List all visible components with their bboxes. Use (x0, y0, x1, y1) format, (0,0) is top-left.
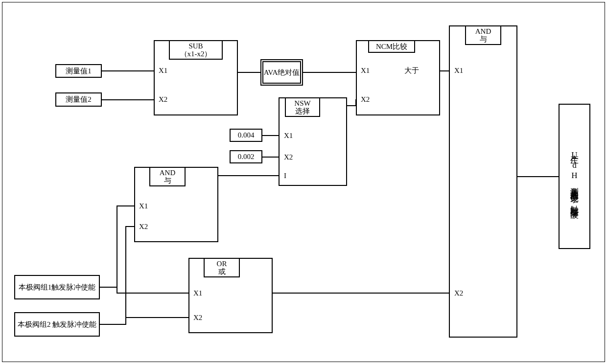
input-meas2: 测量值2 (55, 92, 102, 107)
input-meas2-label: 测量值2 (66, 95, 92, 104)
and2-port-x2: X2 (454, 289, 463, 297)
sub-header: SUB （x1-x2） (169, 40, 223, 60)
wire (117, 205, 117, 288)
ncm-port-x2: X2 (361, 95, 370, 104)
nsw-port-i: I (284, 172, 286, 180)
or-port-x1: X1 (193, 289, 202, 297)
const-0002-label: 0.002 (238, 153, 255, 161)
wire (100, 287, 117, 288)
and1-port-x2: X2 (139, 223, 148, 231)
ncm-header: NCM比较 (368, 40, 415, 53)
wire (218, 175, 279, 176)
nsw-port-x1: X1 (284, 132, 293, 140)
sub-port-x2: X2 (159, 95, 167, 104)
wire (100, 324, 126, 325)
and1-title: AND 与 (160, 169, 176, 185)
and2-header: AND 与 (465, 25, 501, 45)
and1-port-x1: X1 (139, 202, 148, 210)
nsw-port-x2: X2 (284, 153, 293, 161)
or-header: OR 或 (204, 258, 240, 277)
const-0002: 0.002 (230, 150, 262, 163)
wire (303, 72, 356, 73)
wire (117, 293, 188, 294)
output-block: 产生UdH测量异常的事件记录，触发故障录波 (559, 104, 590, 249)
wire (125, 226, 126, 325)
or-title: OR 或 (217, 260, 227, 276)
ncm-port-x1: X1 (361, 67, 370, 75)
ncm-title: NCM比较 (376, 43, 407, 51)
ava-title: AVA绝对值 (264, 68, 300, 77)
wire (125, 317, 188, 318)
wire (355, 99, 356, 106)
output-label: 产生UdH测量异常的事件记录，触发故障录波 (569, 148, 580, 205)
sub-port-x1: X1 (159, 67, 167, 75)
const-0004-label: 0.004 (238, 131, 255, 139)
wire (102, 99, 154, 100)
wire (102, 70, 154, 71)
input-pulse1-label: 本极阀组1触发脉冲使能 (19, 283, 96, 292)
wire (347, 105, 356, 106)
wire (273, 293, 449, 294)
nsw-title: NSW 选择 (294, 99, 310, 115)
input-pulse1: 本极阀组1触发脉冲使能 (14, 275, 100, 299)
input-meas1: 测量值1 (55, 64, 102, 78)
wire (262, 135, 279, 136)
wire (125, 226, 134, 227)
wire (517, 176, 559, 177)
wire (238, 72, 260, 73)
input-pulse2: 本极阀组2 触发脉冲使能 (14, 312, 100, 337)
and1-header: AND 与 (149, 167, 186, 186)
wire (262, 157, 279, 158)
ncm-port-out: 大于 (404, 67, 419, 75)
input-meas1-label: 测量值1 (66, 67, 92, 76)
diagram-canvas: 测量值1 测量值2 SUB （x1-x2） X1 X2 AVA绝对值 NCM比较… (0, 0, 607, 364)
wire (440, 70, 449, 71)
wire (117, 287, 117, 294)
or-port-x2: X2 (193, 314, 202, 322)
and2-port-x1: X1 (454, 67, 463, 75)
and2-title: AND 与 (475, 27, 491, 44)
nsw-header: NSW 选择 (285, 97, 320, 117)
ava-block-inner: AVA绝对值 (262, 61, 301, 84)
const-0004: 0.004 (230, 129, 262, 142)
sub-title: SUB （x1-x2） (180, 42, 212, 58)
wire (117, 205, 134, 206)
input-pulse2-label: 本极阀组2 触发脉冲使能 (18, 320, 96, 329)
wire (125, 317, 126, 325)
